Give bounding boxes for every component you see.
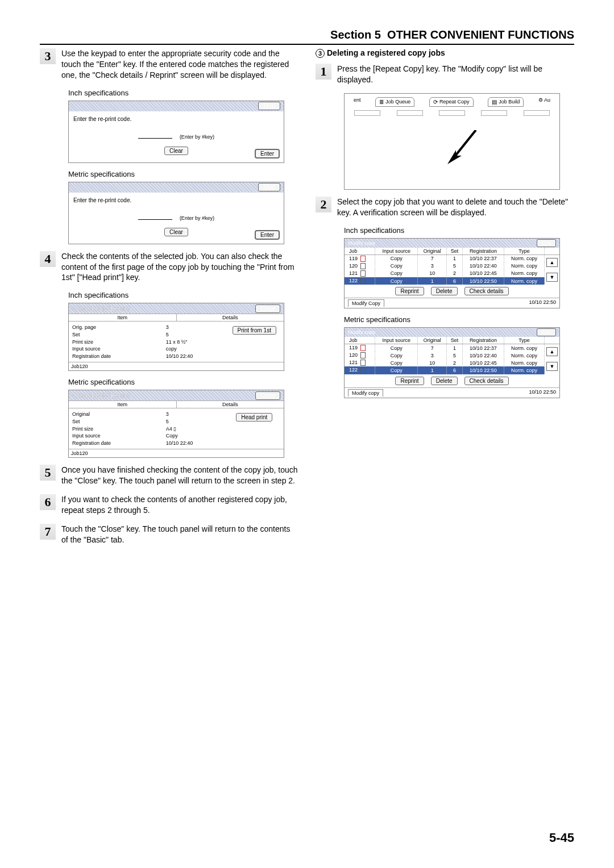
clear-button[interactable]: Clear — [164, 228, 188, 236]
detail-items: Orig. page Set Print size Input source R… — [72, 324, 166, 360]
print-from-1st-button[interactable]: Print from 1st — [233, 326, 276, 335]
step-1-text: Press the [Repeat Copy] key. The "Modify… — [337, 64, 574, 85]
slot — [524, 110, 550, 116]
check-details-button[interactable]: Check details — [464, 287, 509, 295]
delete-button[interactable]: Delete — [431, 287, 458, 295]
table-row-selected[interactable]: 122 Copy1 610/10 22:50 Norm. copy — [345, 277, 559, 285]
clear-button[interactable]: Clear — [164, 147, 188, 155]
modify-copy-title: Modify copy — [348, 240, 375, 246]
step-number-6: 6 — [40, 494, 56, 510]
step-number-4: 4 — [40, 251, 56, 267]
page-number: 5-45 — [549, 831, 574, 845]
scroll-down-button[interactable]: ▼ — [546, 362, 558, 371]
pointer-arrow-icon — [447, 130, 482, 164]
table-row[interactable]: 119 Copy7 110/10 22:37 Norm. copy ▲ — [345, 344, 559, 352]
reprint-button[interactable]: Reprint — [395, 287, 424, 295]
step-number-5: 5 — [40, 465, 56, 481]
metric-spec-label: Metric specifications — [344, 315, 574, 324]
footer-timestamp: 10/10 22:50 — [529, 299, 556, 307]
close-button[interactable]: Close — [255, 391, 280, 400]
repeat-icon: ⟳ — [433, 99, 438, 105]
doc-icon — [360, 270, 366, 277]
step-6-text: If you want to check the contents of ano… — [61, 494, 298, 516]
table-row[interactable]: 120 Copy3 510/10 22:40 Norm. copy — [345, 262, 559, 270]
table-row-selected[interactable]: 122 Copy1 610/10 22:50 Norm. copy — [345, 366, 559, 374]
details-title: Check details / Reprint — [72, 393, 130, 399]
left-column: 3 Use the keypad to enter the appropriat… — [40, 48, 298, 553]
slot — [354, 110, 380, 116]
job-footer: Job120 — [69, 449, 284, 457]
enter-button[interactable]: Enter — [255, 149, 279, 158]
reprint-prompt: Enter the re-print code. — [73, 116, 279, 122]
metric-spec-label: Metric specifications — [68, 378, 298, 386]
footer-tab[interactable]: Modify Copy — [348, 299, 384, 307]
close-button[interactable]: Close — [255, 304, 280, 313]
head-print-button[interactable]: Head print — [236, 413, 272, 422]
table-row[interactable]: 121 Copy10 210/10 22:45 Norm. copy ▼ — [345, 270, 559, 277]
end-button[interactable]: End — [537, 328, 556, 336]
tab-job-build[interactable]: ▤Job Build — [488, 97, 524, 107]
col-details: Details — [177, 401, 284, 408]
scroll-down-button[interactable]: ▼ — [546, 273, 558, 282]
end-button[interactable]: End — [537, 239, 556, 247]
details-panel-inch: Check details / Reprint Close Item Detai… — [68, 303, 284, 371]
slot — [439, 110, 465, 116]
tab-job-queue[interactable]: ≣Job Queue — [375, 97, 414, 107]
right-column: 3Deleting a registered copy jobs 1 Press… — [316, 48, 574, 553]
col-item: Item — [69, 401, 177, 408]
modify-copy-panel-metric: Modify copy End JobInput source Original… — [344, 327, 560, 398]
doc-icon — [360, 360, 366, 366]
doc-icon — [360, 345, 366, 351]
step-number-3: 3 — [40, 48, 56, 64]
enter-button[interactable]: Enter — [255, 231, 279, 239]
detail-values: 3 5 A4 ▯ Copy 10/10 22:40 — [166, 411, 229, 446]
table-row[interactable]: 121 Copy10 210/10 22:45 Norm. copy ▼ — [345, 359, 559, 366]
step-number-2: 2 — [316, 197, 331, 212]
job-table: JobInput source OriginalSet Registration… — [345, 337, 559, 374]
step-2-text: Select the copy job that you want to del… — [337, 197, 574, 218]
col-details: Details — [177, 314, 284, 321]
detail-items: Original Set Print size Input source Reg… — [72, 411, 166, 446]
list-icon: ≣ — [379, 99, 384, 105]
job-table: JobInput source OriginalSet Registration… — [345, 248, 559, 285]
section-title: OTHER CONVENIENT FUNCTIONS — [387, 28, 574, 41]
stop-button[interactable]: Stop — [258, 102, 280, 110]
col-item: Item — [69, 314, 177, 321]
details-title: Check details / Reprint — [72, 306, 130, 312]
code-input[interactable] — [138, 219, 172, 220]
table-row[interactable]: 120 Copy3 510/10 22:40 Norm. copy — [345, 352, 559, 359]
metric-spec-label: Metric specifications — [68, 170, 298, 178]
step-7-text: Touch the "Close" key. The touch panel w… — [61, 524, 298, 545]
scroll-up-button[interactable]: ▲ — [546, 258, 558, 267]
detail-values: 3 5 11 x 8 ½" copy 10/10 22:40 — [166, 324, 229, 360]
code-input[interactable] — [138, 138, 172, 139]
tab-fragment-right: ⚙ Au — [538, 97, 550, 107]
page-header: Section 5 OTHER CONVENIENT FUNCTIONS — [40, 28, 574, 45]
job-footer: Job120 — [69, 362, 284, 370]
tabs-panel: ent ≣Job Queue ⟳Repeat Copy ▤Job Build ⚙… — [344, 93, 560, 190]
step-number-7: 7 — [40, 524, 56, 540]
delete-button[interactable]: Delete — [431, 377, 458, 385]
tab-fragment-left: ent — [354, 97, 361, 107]
reprint-button[interactable]: Reprint — [395, 377, 424, 385]
step-3-text: Use the keypad to enter the appropriate … — [61, 48, 298, 81]
scroll-up-button[interactable]: ▲ — [546, 347, 558, 356]
subsection-heading: 3Deleting a registered copy jobs — [316, 48, 574, 58]
inch-spec-label: Inch specifications — [68, 291, 298, 299]
stop-button[interactable]: Stop — [258, 183, 280, 191]
doc-icon — [360, 256, 366, 262]
footer-tab[interactable]: Modify copy — [348, 389, 383, 397]
reprint-prompt: Enter the re-print code. — [73, 197, 279, 203]
tab-repeat-copy[interactable]: ⟳Repeat Copy — [429, 97, 474, 107]
modify-copy-title: Modify copy — [348, 329, 375, 335]
table-row[interactable]: 119 Copy7 110/10 22:37 Norm. copy ▲ — [345, 254, 559, 262]
gear-icon: ⚙ — [538, 97, 543, 103]
circled-number-icon: 3 — [316, 49, 325, 58]
slot — [397, 110, 423, 116]
inch-spec-label: Inch specifications — [344, 226, 574, 235]
slot — [481, 110, 507, 116]
footer-timestamp: 10/10 22:50 — [529, 389, 556, 397]
reprint-panel-metric: Stop Enter the re-print code. (Enter by … — [68, 182, 284, 244]
check-details-button[interactable]: Check details — [464, 377, 509, 385]
doc-icon — [360, 278, 366, 284]
